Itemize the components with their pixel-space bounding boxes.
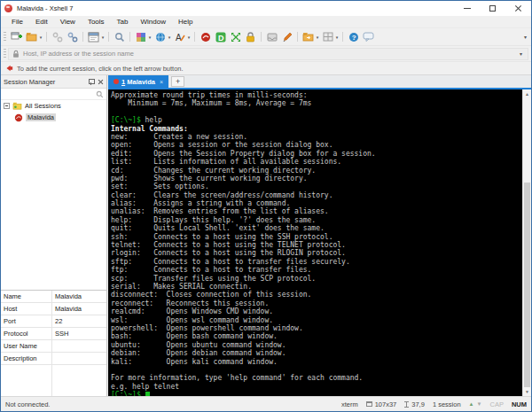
- terminal-line: kali: Opens kali command window.: [111, 358, 522, 366]
- scroll-to-bottom-icon[interactable]: ▼: [477, 401, 482, 407]
- property-row: Host Malavida: [1, 303, 106, 315]
- terminal-line: ubuntu: Opens ubuntu command window.: [111, 341, 522, 349]
- connection-status: Not connected.: [5, 400, 50, 408]
- open-session-dropdown[interactable]: [38, 35, 43, 40]
- terminal-line: bash: Opens bash command window.: [111, 332, 522, 340]
- lock-screen-button[interactable]: [244, 30, 257, 43]
- terminal-line: [111, 366, 522, 374]
- compose-bar-button[interactable]: [199, 30, 212, 43]
- property-value: Malavida: [51, 292, 106, 300]
- fullscreen-button[interactable]: [229, 30, 242, 43]
- terminal-line: debian: Opens debian command window.: [111, 349, 522, 357]
- cursor-position-indicator: 37,9: [404, 400, 425, 408]
- find-button[interactable]: [113, 30, 126, 43]
- session-icon: [14, 113, 23, 122]
- disconnect-button[interactable]: [51, 30, 64, 43]
- terminal-output[interactable]: Approximate round trip times in milli-se…: [108, 89, 522, 396]
- xshell-window: Malavida - Xshell 7 File Edit View Tools…: [0, 0, 532, 412]
- open-session-button[interactable]: [25, 30, 38, 43]
- terminal-line: clear: Clears the screen/address/command…: [111, 191, 522, 199]
- terminal-line: e.g. help telnet: [111, 383, 522, 391]
- layout-button[interactable]: [321, 30, 334, 43]
- maximize-button[interactable]: [480, 1, 505, 16]
- menu-bar: File Edit View Tools Tab Window Help: [1, 16, 531, 28]
- menu-window[interactable]: Window: [134, 18, 171, 26]
- session-properties: Name Malavida Host Malavida Port 22 Prot…: [1, 290, 106, 396]
- tab-session-status-icon: [113, 79, 119, 84]
- encoding-dropdown[interactable]: [167, 35, 172, 40]
- scroll-to-top-icon[interactable]: ▲: [469, 401, 474, 407]
- menu-tab[interactable]: Tab: [111, 18, 135, 26]
- property-value: SSH: [51, 330, 106, 338]
- property-value: Malavida: [51, 305, 106, 313]
- feedback-button[interactable]: [362, 30, 375, 43]
- property-row: Name Malavida: [1, 291, 106, 303]
- open-folder-icon: [26, 32, 37, 42]
- color-scheme-button[interactable]: [134, 30, 147, 43]
- highlight-button[interactable]: [280, 30, 293, 43]
- toolbar-separator: [46, 32, 47, 42]
- caps-lock-indicator: CAP: [489, 400, 503, 408]
- layout-dropdown[interactable]: [334, 35, 340, 40]
- terminal-line: rlogin: Connects to a host using the RLO…: [111, 249, 522, 257]
- terminal-scrollbar[interactable]: ▲ ▼: [522, 89, 531, 396]
- tree-item-all-sessions[interactable]: All Sessions: [1, 100, 106, 112]
- new-tab-button[interactable]: +: [171, 76, 184, 87]
- session-dialog-button[interactable]: [87, 30, 100, 43]
- menu-view[interactable]: View: [54, 18, 82, 26]
- compose-bar-icon: [200, 32, 211, 43]
- menu-tools[interactable]: Tools: [82, 18, 111, 26]
- red-arrow-left-icon: [4, 64, 13, 73]
- close-panel-icon[interactable]: [98, 79, 104, 85]
- encoding-button[interactable]: [153, 30, 167, 43]
- address-input-box[interactable]: [8, 48, 528, 60]
- property-row: Description: [1, 353, 106, 365]
- property-label: Port: [1, 317, 51, 325]
- tree-item-label: All Sessions: [25, 102, 61, 110]
- help-button[interactable]: ?: [347, 30, 360, 43]
- close-icon: [514, 4, 522, 12]
- terminal-line: powershell: Opens powershell command win…: [111, 324, 522, 332]
- font-icon: A: [175, 32, 185, 43]
- tray-button[interactable]: [265, 30, 278, 43]
- scroll-up-icon[interactable]: ▲: [523, 89, 531, 98]
- session-dialog-dropdown[interactable]: [100, 35, 106, 40]
- file-transfer-button[interactable]: [301, 30, 315, 43]
- xagent-button[interactable]: D: [214, 30, 227, 43]
- toolbar-overflow-button[interactable]: [524, 34, 527, 40]
- toolbar-separator: [194, 32, 195, 42]
- color-scheme-dropdown[interactable]: [147, 35, 153, 40]
- terminal-line: Internal Commands:: [111, 125, 522, 133]
- toolbar: A D ?: [1, 28, 531, 45]
- session-search-row[interactable]: [1, 89, 106, 100]
- address-bar-grip[interactable]: [4, 49, 6, 59]
- minimize-button[interactable]: [454, 1, 480, 16]
- tab-number: 1: [121, 78, 125, 86]
- menu-file[interactable]: File: [5, 18, 29, 26]
- session-count[interactable]: 1 session: [433, 400, 461, 408]
- tab-close-icon[interactable]: ×: [160, 79, 163, 85]
- new-session-button[interactable]: [10, 30, 23, 43]
- address-bar: [1, 45, 531, 61]
- font-button[interactable]: A: [173, 30, 186, 43]
- collapse-icon[interactable]: [4, 103, 10, 109]
- xshell-logo-icon: [4, 4, 12, 12]
- session-manager-header: Session Manager: [1, 75, 106, 89]
- scrollbar-thumb[interactable]: [524, 183, 530, 387]
- terminal-type[interactable]: xterm: [341, 400, 358, 408]
- address-input[interactable]: [23, 50, 518, 58]
- tab-malavida[interactable]: 1 Malavida ×: [108, 75, 168, 88]
- scroll-down-icon[interactable]: ▼: [523, 387, 531, 396]
- pin-panel-icon[interactable]: [88, 79, 94, 85]
- reconnect-button[interactable]: [66, 30, 79, 43]
- toolbar-grip[interactable]: [4, 32, 6, 43]
- tree-item-malavida[interactable]: Malavida: [1, 112, 106, 123]
- num-lock-indicator: NUM: [512, 400, 527, 408]
- menu-help[interactable]: Help: [172, 18, 199, 26]
- menu-edit[interactable]: Edit: [29, 18, 54, 26]
- close-button[interactable]: [505, 1, 531, 16]
- file-transfer-dropdown[interactable]: [315, 35, 320, 40]
- address-dropdown-icon[interactable]: [518, 51, 524, 57]
- encoding-globe-icon: [155, 32, 166, 43]
- font-dropdown[interactable]: [186, 35, 192, 40]
